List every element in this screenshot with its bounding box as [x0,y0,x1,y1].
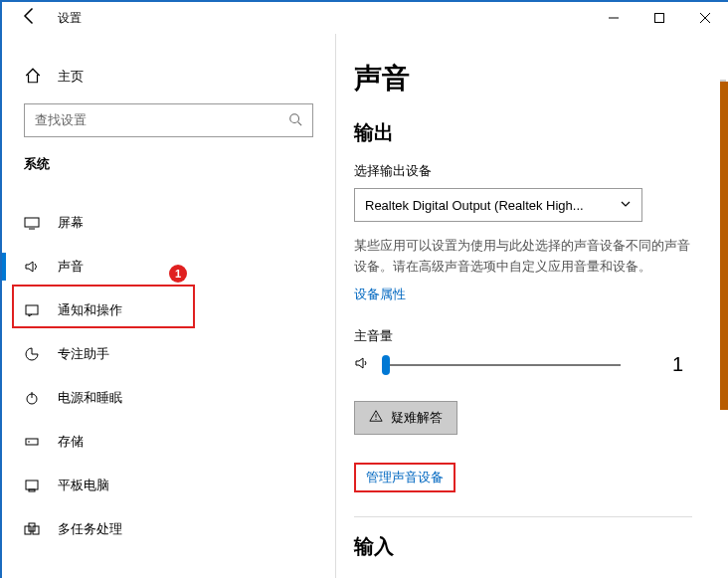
window-title: 设置 [58,10,82,27]
search-input[interactable]: 查找设置 [24,103,313,137]
search-icon [288,112,302,129]
titlebar: 设置 [2,2,728,34]
svg-rect-8 [26,305,38,314]
manage-sound-devices-link[interactable]: 管理声音设备 [366,470,444,484]
sidebar-item-multitasking[interactable]: 多任务处理 [2,507,335,551]
sidebar-item-label: 存储 [58,433,84,451]
sidebar-item-label: 声音 [58,258,84,276]
sidebar-item-sound[interactable]: 声音 [2,245,335,289]
svg-rect-11 [26,439,38,445]
home-icon [24,67,42,88]
sidebar-item-label: 通知和操作 [58,301,122,319]
search-placeholder: 查找设置 [35,111,87,129]
tablet-icon [24,478,42,493]
sidebar-item-power[interactable]: 电源和睡眠 [2,376,335,420]
svg-point-12 [28,441,30,443]
content-pane: 声音 输出 选择输出设备 Realtek Digital Output (Rea… [336,34,728,578]
sidebar-item-label: 多任务处理 [58,520,122,538]
volume-slider[interactable] [382,353,621,377]
sidebar-item-storage[interactable]: 存储 [2,420,335,464]
speaker-icon[interactable] [354,355,370,374]
svg-rect-16 [29,523,35,531]
sidebar-item-focus-assist[interactable]: 专注助手 [2,332,335,376]
volume-row: 1 [354,353,700,377]
annotation-box-2: 管理声音设备 [354,463,455,492]
svg-rect-6 [25,218,39,227]
master-volume-label: 主音量 [354,327,700,345]
storage-icon [24,434,42,450]
minimize-button[interactable] [591,2,637,34]
svg-rect-17 [33,526,39,534]
notification-icon [24,302,42,318]
sidebar-item-display[interactable]: 屏幕 [2,201,335,245]
output-heading: 输出 [354,119,700,146]
output-description: 某些应用可以设置为使用与此处选择的声音设备不同的声音设备。请在高级声音选项中自定… [354,236,692,278]
svg-rect-14 [29,489,35,491]
focus-icon [24,346,42,362]
back-button[interactable] [20,6,40,30]
sidebar-item-tablet[interactable]: 平板电脑 [2,464,335,507]
multitask-icon [24,521,42,537]
svg-point-4 [290,113,299,122]
display-icon [24,215,42,231]
warning-icon [369,409,383,426]
close-button[interactable] [682,2,728,34]
troubleshoot-label: 疑难解答 [391,409,443,427]
sidebar-item-label: 平板电脑 [58,477,109,494]
device-properties-link[interactable]: 设备属性 [354,286,700,303]
troubleshoot-button[interactable]: 疑难解答 [354,401,457,435]
sidebar-home[interactable]: 主页 [2,62,335,92]
svg-rect-1 [655,14,664,23]
svg-point-19 [375,419,376,420]
sidebar-item-label: 电源和睡眠 [58,389,122,407]
svg-rect-15 [25,526,31,534]
section-divider [354,516,692,517]
svg-rect-13 [26,481,38,489]
power-icon [24,390,42,406]
svg-line-5 [298,121,302,125]
slider-thumb[interactable] [382,355,390,375]
sidebar-item-label: 屏幕 [58,214,84,232]
maximize-button[interactable] [637,2,682,34]
page-title: 声音 [354,60,700,97]
sound-icon [24,259,42,275]
output-device-select[interactable]: Realtek Digital Output (Realtek High... [354,188,642,222]
annotation-badge-1: 1 [169,265,187,283]
input-heading: 输入 [354,533,700,560]
right-edge-strip [720,82,728,410]
output-device-label: 选择输出设备 [354,162,700,180]
chevron-down-icon [620,198,632,213]
sidebar-item-notifications[interactable]: 通知和操作 [2,289,335,332]
sidebar-home-label: 主页 [58,68,84,86]
sidebar-item-label: 专注助手 [58,345,109,363]
output-device-value: Realtek Digital Output (Realtek High... [365,198,584,213]
volume-value: 1 [672,353,683,376]
sidebar: 主页 查找设置 系统 屏幕 声音 通知和操作 专注助手 电源和睡眠 [2,34,335,578]
sidebar-section-label: 系统 [2,155,335,173]
